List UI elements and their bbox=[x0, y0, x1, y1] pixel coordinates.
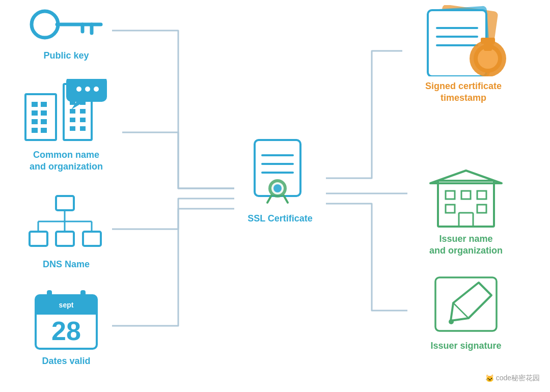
dns-name-icon bbox=[25, 193, 107, 255]
svg-rect-47 bbox=[83, 232, 101, 246]
issuer-signature-node: Issuer signature bbox=[407, 275, 525, 352]
svg-rect-27 bbox=[70, 109, 75, 114]
watermark-text: code秘密花园 bbox=[496, 374, 540, 383]
svg-rect-21 bbox=[41, 128, 47, 133]
svg-rect-51 bbox=[47, 290, 52, 302]
svg-rect-46 bbox=[56, 232, 74, 246]
issuer-name-icon bbox=[428, 168, 504, 229]
svg-point-36 bbox=[85, 87, 90, 92]
svg-rect-69 bbox=[461, 191, 471, 199]
svg-text:28: 28 bbox=[51, 316, 81, 346]
dates-valid-node: sept 28 Dates valid bbox=[15, 285, 117, 367]
dates-valid-icon: sept 28 bbox=[31, 285, 102, 351]
svg-rect-20 bbox=[32, 128, 38, 133]
svg-rect-31 bbox=[70, 126, 75, 131]
svg-rect-17 bbox=[41, 110, 47, 116]
svg-rect-73 bbox=[459, 213, 473, 227]
svg-rect-38 bbox=[56, 196, 74, 210]
dns-name-label: DNS Name bbox=[43, 259, 90, 270]
svg-line-75 bbox=[453, 303, 469, 318]
svg-text:sept: sept bbox=[59, 301, 74, 309]
svg-rect-71 bbox=[446, 205, 455, 213]
svg-point-9 bbox=[32, 11, 58, 38]
svg-point-63 bbox=[478, 48, 498, 69]
ssl-certificate-node: SSL Certificate bbox=[234, 137, 326, 225]
common-name-icon bbox=[20, 79, 112, 145]
svg-rect-18 bbox=[32, 119, 38, 124]
ssl-certificate-icon bbox=[250, 137, 311, 209]
svg-rect-28 bbox=[80, 109, 86, 114]
public-key-node: Public key bbox=[15, 5, 117, 62]
svg-rect-66 bbox=[438, 181, 494, 227]
issuer-signature-icon bbox=[430, 275, 502, 336]
public-key-label: Public key bbox=[43, 50, 89, 62]
dns-name-node: DNS Name bbox=[20, 193, 112, 270]
svg-rect-16 bbox=[32, 110, 38, 116]
signed-cert-node: Signed certificate timestamp bbox=[402, 5, 525, 104]
svg-rect-70 bbox=[477, 191, 486, 199]
svg-rect-30 bbox=[80, 118, 86, 122]
svg-point-76 bbox=[449, 319, 454, 324]
ssl-certificate-label: SSL Certificate bbox=[248, 213, 313, 225]
svg-rect-32 bbox=[80, 126, 86, 131]
svg-rect-74 bbox=[435, 277, 497, 331]
svg-point-6 bbox=[273, 184, 282, 192]
watermark-icon: 🐱 bbox=[485, 374, 494, 382]
issuer-signature-label: Issuer signature bbox=[430, 340, 501, 352]
issuer-name-label: Issuer name and organization bbox=[429, 233, 503, 257]
signed-cert-label: Signed certificate timestamp bbox=[425, 80, 502, 104]
svg-rect-52 bbox=[80, 290, 86, 302]
svg-rect-14 bbox=[32, 102, 38, 107]
svg-rect-19 bbox=[41, 119, 47, 124]
svg-point-35 bbox=[76, 87, 81, 92]
common-name-node: Common name and organization bbox=[10, 79, 122, 173]
public-key-icon bbox=[25, 5, 107, 46]
svg-point-37 bbox=[94, 87, 99, 92]
dates-valid-label: Dates valid bbox=[42, 355, 90, 367]
diagram-container: SSL Certificate Public key bbox=[0, 0, 550, 392]
signed-cert-icon bbox=[413, 5, 514, 76]
common-name-label: Common name and organization bbox=[30, 149, 103, 173]
svg-rect-68 bbox=[446, 191, 455, 199]
svg-rect-65 bbox=[481, 38, 495, 44]
svg-rect-13 bbox=[25, 94, 56, 140]
svg-rect-15 bbox=[41, 102, 47, 107]
svg-rect-72 bbox=[477, 205, 486, 213]
svg-rect-45 bbox=[30, 232, 47, 246]
svg-rect-29 bbox=[70, 118, 75, 122]
watermark: 🐱 code秘密花园 bbox=[485, 374, 540, 383]
issuer-name-node: Issuer name and organization bbox=[407, 168, 525, 257]
